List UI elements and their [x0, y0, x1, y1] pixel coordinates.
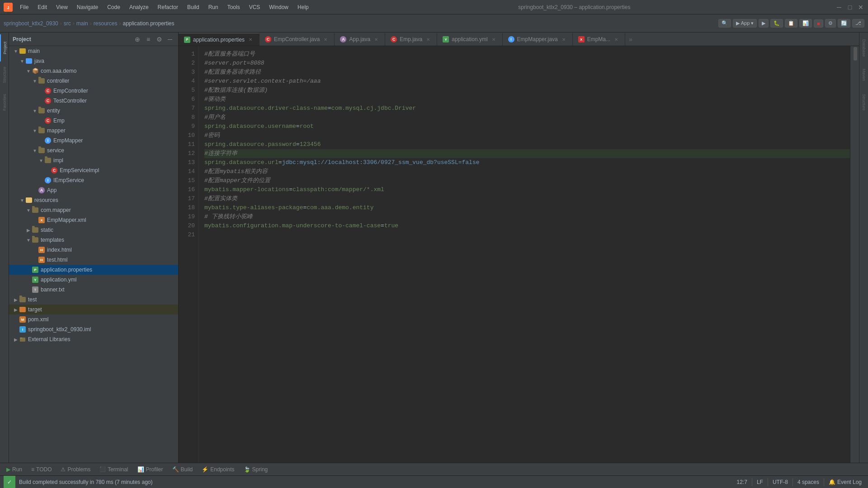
maximize-button[interactable]: □: [846, 4, 854, 11]
endpoints-tab[interactable]: ⚡ Endpoints: [197, 464, 239, 475]
tree-item-index-html[interactable]: H index.html: [9, 245, 178, 255]
run-tab[interactable]: ▶ Run: [2, 464, 27, 475]
tree-item-templates[interactable]: ▼ templates: [9, 235, 178, 245]
tree-item-app[interactable]: A App: [9, 185, 178, 195]
tree-item-controller[interactable]: ▼ controller: [9, 76, 178, 86]
tree-item-java[interactable]: ▼ java: [9, 56, 178, 66]
tab-application-yml[interactable]: Y application.yml ✕: [437, 33, 502, 46]
minimize-button[interactable]: ─: [835, 4, 843, 11]
tab-overflow-button[interactable]: »: [625, 33, 636, 46]
tree-item-static[interactable]: ▶ static: [9, 225, 178, 235]
structure-panel-button[interactable]: Structure: [859, 89, 868, 116]
tab-app[interactable]: A App.java ✕: [335, 33, 385, 46]
indent-settings[interactable]: 4 spaces: [795, 479, 822, 485]
sidebar-collapse-btn[interactable]: ≡: [144, 35, 153, 44]
terminal-tab[interactable]: ⬛ Terminal: [95, 464, 132, 475]
sidebar-minimize-btn[interactable]: ─: [165, 35, 175, 44]
menu-refactor[interactable]: Refactor: [153, 0, 183, 14]
menu-vcs[interactable]: VCS: [245, 0, 265, 14]
sidebar-settings-btn[interactable]: ⚙: [155, 35, 164, 44]
profiler-button[interactable]: 📊: [799, 19, 812, 28]
tree-item-emp[interactable]: C Emp: [9, 116, 178, 126]
breadcrumb-project[interactable]: springboot_ktlx2_0930: [4, 20, 58, 27]
tab-emp[interactable]: C Emp.java ✕: [385, 33, 437, 46]
charset[interactable]: UTF-8: [770, 479, 791, 485]
tree-item-package[interactable]: ▼ 📦 com.aaa.demo: [9, 66, 178, 76]
tree-item-empmapper[interactable]: I EmpMapper: [9, 136, 178, 145]
todo-tab[interactable]: ≡ TODO: [27, 464, 56, 475]
tab-close-icon[interactable]: ✕: [247, 37, 254, 43]
breadcrumb-src[interactable]: src: [64, 20, 71, 27]
profiler-tab[interactable]: 📊 Profiler: [133, 464, 168, 475]
tree-item-resources[interactable]: ▼ resources: [9, 195, 178, 205]
tree-item-service[interactable]: ▼ service: [9, 145, 178, 155]
tab-empma[interactable]: X EmpMa... ✕: [573, 33, 625, 46]
breadcrumb-main[interactable]: main: [76, 20, 88, 27]
structure-icon[interactable]: Structure: [0, 61, 9, 89]
event-log-button[interactable]: 🔔 Event Log: [826, 479, 864, 485]
tree-item-external-libraries[interactable]: ▶ External Libraries: [9, 334, 178, 344]
coverage-button[interactable]: 📋: [785, 19, 797, 28]
database-panel-button[interactable]: Database: [859, 34, 868, 61]
tab-empmapper-java[interactable]: I EmpMapper.java ✕: [503, 33, 573, 46]
menu-view[interactable]: View: [52, 0, 72, 14]
scroll-thumb[interactable]: [854, 47, 857, 61]
debug-button[interactable]: 🐛: [770, 19, 783, 28]
close-button[interactable]: ✕: [857, 4, 864, 11]
line-ending[interactable]: LF: [754, 479, 766, 485]
menu-tools[interactable]: Tools: [223, 0, 245, 14]
tree-item-iempservice[interactable]: I IEmpService: [9, 175, 178, 185]
more-button[interactable]: ⚙: [825, 19, 836, 28]
tab-close-icon[interactable]: ✕: [613, 36, 619, 42]
tree-item-empcontroller[interactable]: C EmpController: [9, 86, 178, 96]
tree-item-test[interactable]: ▶ test: [9, 295, 178, 305]
update-button[interactable]: 🔄: [838, 19, 850, 28]
tab-close-icon[interactable]: ✕: [561, 36, 567, 42]
breadcrumb-resources[interactable]: resources: [94, 20, 118, 27]
project-icon[interactable]: Project: [0, 34, 9, 61]
tree-item-empmapper-xml[interactable]: X EmpMapper.xml: [9, 215, 178, 225]
tab-close-icon[interactable]: ✕: [425, 36, 431, 42]
run-config-button[interactable]: ▶ App ▾: [733, 19, 757, 28]
editor-scrollbar[interactable]: ✓: [850, 46, 859, 463]
run-button[interactable]: ▶: [759, 19, 769, 28]
favorites-icon[interactable]: Favorites: [0, 89, 9, 116]
menu-build[interactable]: Build: [183, 0, 204, 14]
maven-panel-button[interactable]: Maven: [859, 61, 868, 89]
tree-item-testcontroller[interactable]: C TestController: [9, 96, 178, 106]
tree-item-entity[interactable]: ▼ entity: [9, 106, 178, 116]
tree-item-application-properties[interactable]: P application.properties: [9, 265, 178, 275]
tab-close-icon[interactable]: ✕: [322, 36, 329, 42]
tree-item-pom-xml[interactable]: M pom.xml: [9, 314, 178, 324]
tree-item-test-html[interactable]: H test.html: [9, 255, 178, 265]
tab-application-properties[interactable]: P application.properties ✕: [179, 33, 259, 46]
menu-window[interactable]: Window: [264, 0, 293, 14]
git-button[interactable]: ⎇: [852, 19, 864, 28]
tab-empcontroller[interactable]: C EmpController.java ✕: [259, 33, 335, 46]
menu-navigate[interactable]: Navigate: [72, 0, 103, 14]
tree-item-main[interactable]: ▼ main: [9, 46, 178, 56]
tab-close-icon[interactable]: ✕: [373, 36, 379, 42]
tree-item-com-mapper[interactable]: ▼ com.mapper: [9, 205, 178, 215]
tree-item-banner-txt[interactable]: T banner.txt: [9, 285, 178, 295]
spring-tab[interactable]: 🍃 Spring: [239, 464, 273, 475]
menu-run[interactable]: Run: [204, 0, 223, 14]
tree-item-impl[interactable]: ▼ impl: [9, 155, 178, 165]
menu-edit[interactable]: Edit: [33, 0, 52, 14]
sidebar-new-btn[interactable]: ⊕: [133, 35, 142, 44]
menu-file[interactable]: File: [15, 0, 33, 14]
tab-close-icon[interactable]: ✕: [491, 36, 497, 42]
code-content[interactable]: #配置服务器端口号 #server.port=8088 #配置服务器请求路径 #…: [199, 46, 850, 463]
menu-analyze[interactable]: Analyze: [125, 0, 153, 14]
menu-code[interactable]: Code: [103, 0, 125, 14]
cursor-position[interactable]: 12:7: [734, 479, 750, 485]
tree-item-empserviceimpl[interactable]: C EmpServiceImpl: [9, 165, 178, 175]
problems-tab[interactable]: ⚠ Problems: [56, 464, 95, 475]
search-button[interactable]: 🔍: [718, 19, 731, 28]
stop-button[interactable]: ■: [814, 19, 823, 28]
tree-item-application-yml[interactable]: Y application.yml: [9, 275, 178, 285]
build-tab[interactable]: 🔨 Build: [168, 464, 198, 475]
tree-item-iml[interactable]: I springboot_ktlx2_0930.iml: [9, 324, 178, 334]
tree-item-target[interactable]: ▶ target: [9, 305, 178, 314]
tree-item-mapper[interactable]: ▼ mapper: [9, 126, 178, 136]
